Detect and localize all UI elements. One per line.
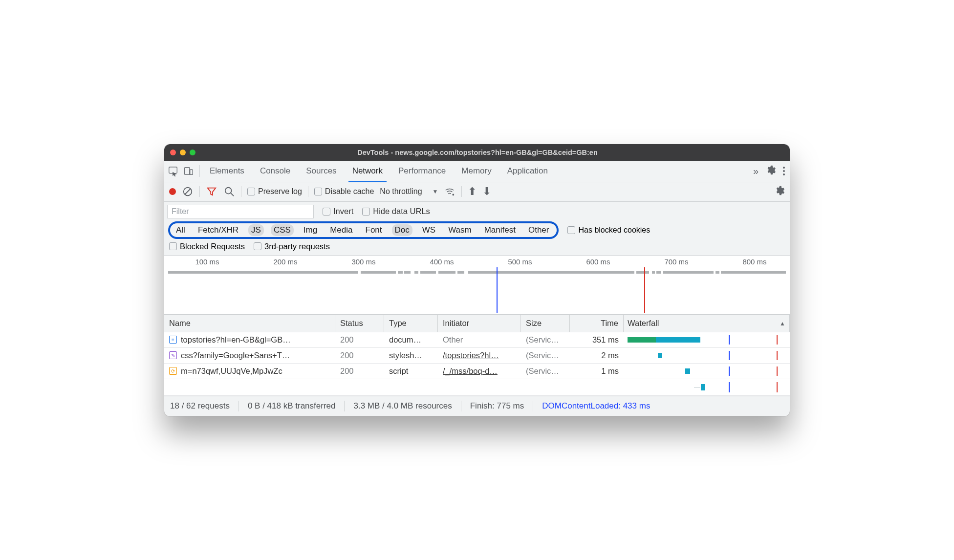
row-name: m=n73qwf,UUJqVe,MpJwZc [181,366,282,376]
table-row[interactable]: ⟳m=n73qwf,UUJqVe,MpJwZc200script/_/mss/b… [164,364,790,379]
type-chip-doc[interactable]: Doc [392,224,412,236]
tab-console[interactable]: Console [258,161,292,182]
blocked-requests-checkbox[interactable]: Blocked Requests [169,242,245,251]
tab-memory[interactable]: Memory [459,161,493,182]
axis-tick: 200 ms [273,258,297,266]
search-icon[interactable] [223,186,235,197]
preserve-log-checkbox[interactable]: Preserve log [247,187,302,196]
axis-tick: 700 ms [664,258,688,266]
network-conditions-icon[interactable] [444,186,455,197]
type-filter-row: AllFetch/XHRJSCSSImgMediaFontDocWSWasmMa… [168,221,786,239]
type-chip-wasm[interactable]: Wasm [445,224,475,236]
axis-tick: 600 ms [586,258,610,266]
axis-tick: 100 ms [195,258,219,266]
row-initiator[interactable]: /_/mss/boq-d… [443,366,498,376]
dom-content-loaded: DOMContentLoaded: 433 ms [542,401,650,411]
invert-checkbox[interactable]: Invert [323,207,353,216]
col-initiator[interactable]: Initiator [438,315,521,332]
row-type: docum… [389,335,421,345]
third-party-checkbox[interactable]: 3rd-party requests [254,242,330,251]
filter-input[interactable]: Filter [167,205,314,218]
third-party-label: 3rd-party requests [264,242,330,251]
throttling-value: No throttling [380,187,422,196]
disable-cache-checkbox[interactable]: Disable cache [314,187,374,196]
row-type: stylesh… [389,351,422,360]
svg-rect-1 [185,168,190,175]
type-chip-other[interactable]: Other [525,224,552,236]
type-chip-css[interactable]: CSS [271,224,294,236]
resources: 3.3 MB / 4.0 MB resources [353,401,452,411]
row-status: 200 [340,351,354,360]
col-waterfall[interactable]: Waterfall [624,315,790,332]
type-chip-ws[interactable]: WS [419,224,438,236]
filter-toggle-icon[interactable] [206,186,217,197]
kebab-menu-icon[interactable] [783,167,785,175]
table-row[interactable]: ≡topstories?hl=en-GB&gl=GB…200docum…Othe… [164,332,790,348]
col-size[interactable]: Size [521,315,570,332]
type-chip-manifest[interactable]: Manifest [481,224,519,236]
row-status: 200 [340,366,354,376]
col-name[interactable]: Name [164,315,335,332]
col-status[interactable]: Status [335,315,384,332]
clear-icon[interactable] [182,186,194,197]
row-size: (Servic… [526,351,559,360]
row-name: css?family=Google+Sans+T… [181,351,290,360]
requests-count: 18 / 62 requests [170,401,230,411]
row-type: script [389,366,408,376]
minimize-window-icon[interactable] [180,150,186,155]
overview-pane[interactable]: 100 ms200 ms300 ms400 ms500 ms600 ms700 … [164,256,790,315]
tab-network[interactable]: Network [350,161,385,182]
invert-label: Invert [333,207,353,216]
col-time[interactable]: Time [570,315,624,332]
has-blocked-cookies-checkbox[interactable]: Has blocked cookies [567,226,650,235]
type-chip-img[interactable]: Img [301,224,320,236]
row-name: topstories?hl=en-GB&gl=GB… [181,335,291,345]
status-bar: 18 / 62 requests 0 B / 418 kB transferre… [164,396,790,416]
table-row [164,379,790,396]
svg-point-4 [225,188,232,194]
tab-application[interactable]: Application [505,161,550,182]
upload-har-icon[interactable]: ⬆ [468,185,477,198]
main-tabs: ElementsConsoleSourcesNetworkPerformance… [164,161,790,182]
col-type[interactable]: Type [384,315,438,332]
requests-table: NameStatusTypeInitiatorSizeTimeWaterfall… [164,315,790,396]
hide-data-urls-checkbox[interactable]: Hide data URLs [362,207,430,216]
waterfall-bar [628,352,786,359]
download-har-icon[interactable]: ⬇ [482,185,491,198]
type-chip-media[interactable]: Media [327,224,355,236]
network-settings-icon[interactable] [774,185,785,198]
tab-sources[interactable]: Sources [304,161,338,182]
tab-elements[interactable]: Elements [208,161,246,182]
waterfall-bar [628,367,786,375]
network-toolbar: Preserve log Disable cache No throttling… [164,182,790,202]
type-chip-fetchxhr[interactable]: Fetch/XHR [195,224,241,236]
zoom-window-icon[interactable] [190,150,195,155]
tab-performance[interactable]: Performance [396,161,448,182]
row-size: (Servic… [526,335,559,345]
svg-point-5 [453,194,455,196]
transferred: 0 B / 418 kB transferred [248,401,336,411]
finish-time: Finish: 775 ms [470,401,524,411]
more-tabs-icon[interactable]: » [753,166,759,177]
type-chip-font[interactable]: Font [363,224,385,236]
preserve-log-label: Preserve log [258,187,302,196]
axis-tick: 400 ms [430,258,454,266]
svg-rect-2 [190,170,193,174]
file-type-icon: ⟳ [169,367,177,375]
table-row[interactable]: ✎css?family=Google+Sans+T…200stylesh…/to… [164,348,790,364]
close-window-icon[interactable] [170,150,176,155]
record-button[interactable] [169,188,176,195]
row-time: 1 ms [601,366,619,376]
inspect-icon[interactable] [167,165,179,177]
throttling-select[interactable]: No throttling ▼ [380,187,438,196]
device-toggle-icon[interactable] [183,165,195,177]
file-type-icon: ≡ [169,336,177,344]
row-initiator[interactable]: /topstories?hl… [443,351,499,360]
blocked-requests-label: Blocked Requests [180,242,245,251]
type-chip-js[interactable]: JS [248,224,264,236]
axis-tick: 500 ms [508,258,532,266]
type-chip-all[interactable]: All [173,224,188,236]
settings-icon[interactable] [765,165,776,177]
devtools-window: { "title": "DevTools - news.google.com/t… [164,144,790,416]
window-title: DevTools - news.google.com/topstories?hl… [195,149,784,156]
